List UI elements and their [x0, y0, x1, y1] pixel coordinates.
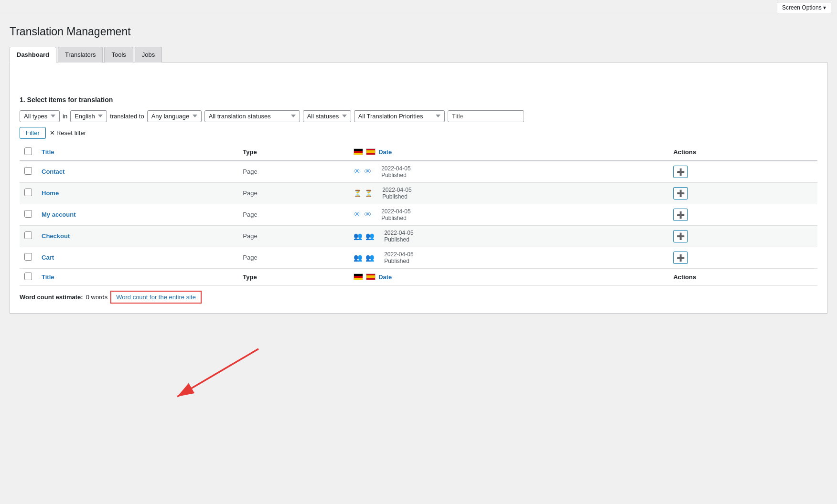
reset-x-icon: ✕: [50, 129, 55, 136]
add-translation-button[interactable]: ➕: [673, 166, 688, 178]
footer-col-type: Type: [238, 268, 349, 285]
select-all-footer-checkbox[interactable]: [24, 273, 32, 280]
type-filter[interactable]: All types: [20, 110, 60, 122]
table-row: Home Page ⏳ ⏳ 2022-04-05 Published: [20, 182, 817, 204]
row-flags-date: 👁 👁 2022-04-05 Published: [349, 161, 668, 183]
flag1-status-icon: 👥: [354, 253, 363, 262]
footer-title-sort-link[interactable]: Title: [42, 273, 54, 281]
row-flags-date: 👥 👥 2022-04-05 Published: [349, 225, 668, 247]
row-flags-date: ⏳ ⏳ 2022-04-05 Published: [349, 182, 668, 204]
row-checkbox[interactable]: [24, 167, 32, 175]
title-sort-link[interactable]: Title: [42, 148, 54, 156]
filter-actions: Filter ✕ Reset filter: [20, 127, 817, 139]
row-date: 2022-04-05: [384, 230, 413, 236]
row-checkbox[interactable]: [24, 189, 32, 196]
flag2-status-icon: 👥: [365, 232, 375, 241]
add-translation-button[interactable]: ➕: [673, 230, 688, 242]
date-sort-link[interactable]: Date: [378, 148, 392, 156]
tab-bar: Dashboard Translators Tools Jobs: [10, 47, 827, 63]
flag1-status-icon: ⏳: [354, 189, 362, 197]
row-status: Published: [381, 215, 410, 221]
tab-translators[interactable]: Translators: [58, 47, 103, 63]
section-title: 1. Select items for translation: [20, 96, 817, 104]
priorities-filter[interactable]: All Translation Priorities: [354, 110, 445, 122]
flag1-status-icon: 👥: [354, 232, 363, 241]
flag2-status-icon: 👥: [365, 253, 375, 262]
row-checkbox[interactable]: [24, 210, 32, 218]
add-translation-button[interactable]: ➕: [673, 209, 688, 221]
row-type: Page: [238, 161, 349, 183]
row-date: 2022-04-05: [381, 208, 410, 215]
reset-filter-label: Reset filter: [56, 129, 86, 136]
row-flags-date: 👁 👁 2022-04-05 Published: [349, 204, 668, 225]
row-status: Published: [384, 258, 413, 264]
tab-tools[interactable]: Tools: [104, 47, 133, 63]
table-row: My account Page 👁 👁 2022-04-05 Publ: [20, 204, 817, 225]
table-row: Contact Page 👁 👁 2022-04-05 Publish: [20, 161, 817, 183]
flag1-status-icon: 👁: [354, 210, 361, 219]
footer-col-actions: Actions: [668, 268, 817, 285]
screen-options-button[interactable]: Screen Options ▾: [777, 2, 831, 13]
row-checkbox[interactable]: [24, 231, 32, 239]
row-type: Page: [238, 204, 349, 225]
language-filter[interactable]: English: [70, 110, 107, 122]
col-actions: Actions: [668, 144, 817, 161]
in-label: in: [63, 113, 67, 120]
row-date: 2022-04-05: [384, 251, 413, 258]
word-count-link-box: Word count for the entire site: [110, 291, 202, 304]
row-title-link[interactable]: Checkout: [42, 232, 70, 240]
row-title-link[interactable]: Cart: [42, 254, 54, 261]
col-flags: Date: [349, 144, 668, 161]
word-count-value: 0 words: [86, 294, 108, 301]
footer-date-sort-link[interactable]: Date: [378, 273, 392, 281]
add-translation-button[interactable]: ➕: [673, 187, 688, 200]
flag2-status-icon: 👁: [364, 168, 372, 176]
flag1-status-icon: 👁: [354, 168, 361, 176]
row-title-link[interactable]: Contact: [42, 168, 64, 175]
all-statuses-filter[interactable]: All statuses: [303, 110, 351, 122]
table-row: Cart Page 👥 👥 2022-04-05 Published: [20, 247, 817, 268]
row-date: 2022-04-05: [381, 165, 410, 172]
translated-to-label: translated to: [110, 113, 144, 120]
row-checkbox[interactable]: [24, 253, 32, 261]
add-translation-button[interactable]: ➕: [673, 252, 688, 264]
flag2-status-icon: 👁: [364, 210, 372, 219]
reset-filter-link[interactable]: ✕ Reset filter: [50, 129, 86, 136]
page-title: Translation Management: [10, 25, 827, 39]
select-all-checkbox[interactable]: [24, 147, 32, 155]
table-row: Checkout Page 👥 👥 2022-04-05 Publis: [20, 225, 817, 247]
row-status: Published: [381, 172, 410, 178]
row-type: Page: [238, 225, 349, 247]
tab-jobs[interactable]: Jobs: [135, 47, 162, 63]
col-type: Type: [238, 144, 349, 161]
filter-button[interactable]: Filter: [20, 127, 46, 139]
title-search-input[interactable]: [448, 110, 524, 122]
word-count-link[interactable]: Word count for the entire site: [116, 294, 196, 301]
row-date: 2022-04-05: [382, 187, 411, 193]
footer-col-flags: Date: [349, 268, 668, 285]
col-title: Title: [37, 144, 238, 161]
word-count-bar: Word count estimate: 0 words Word count …: [20, 291, 817, 304]
row-flags-date: 👥 👥 2022-04-05 Published: [349, 247, 668, 268]
row-title-link[interactable]: Home: [42, 189, 59, 197]
row-type: Page: [238, 247, 349, 268]
row-status: Published: [382, 193, 411, 200]
flag2-status-icon: ⏳: [365, 189, 373, 197]
row-title-link[interactable]: My account: [42, 211, 76, 218]
tab-dashboard[interactable]: Dashboard: [10, 47, 56, 63]
row-status: Published: [384, 236, 413, 243]
filter-row: All types in English translated to Any l…: [20, 110, 817, 122]
svg-line-1: [177, 349, 258, 397]
footer-col-title: Title: [37, 268, 238, 285]
any-language-filter[interactable]: Any language: [147, 110, 202, 122]
translation-status-filter[interactable]: All translation statuses: [204, 110, 300, 122]
items-table: Title Type Date Actions: [20, 144, 817, 286]
row-type: Page: [238, 182, 349, 204]
word-count-label: Word count estimate:: [20, 294, 83, 301]
